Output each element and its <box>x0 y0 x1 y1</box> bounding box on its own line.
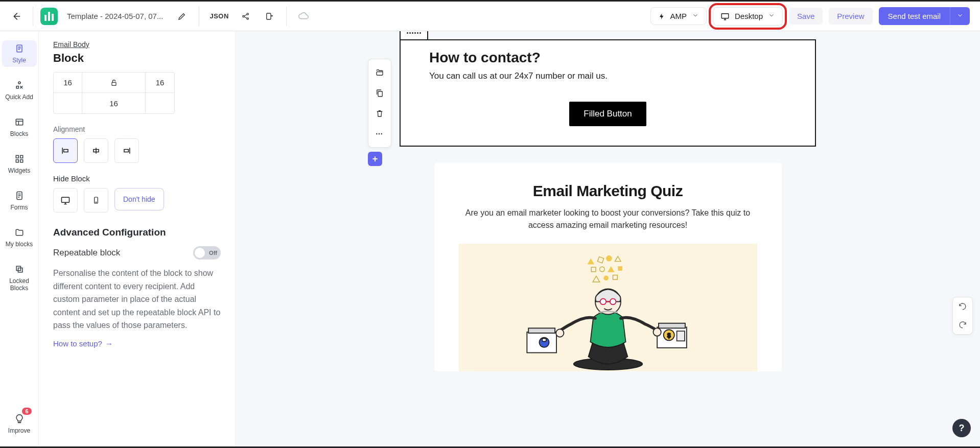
canvas[interactable]: ⋯ + How to contact? You can call us at o… <box>236 31 980 446</box>
svg-marker-33 <box>593 276 599 282</box>
rail-forms[interactable]: Forms <box>2 187 37 214</box>
rail-improve[interactable]: 6 Improve <box>2 411 37 437</box>
padding-right[interactable]: 16 <box>146 73 174 93</box>
svg-point-50 <box>610 299 616 305</box>
rail-quick-add[interactable]: Quick Add <box>2 77 37 104</box>
padding-empty <box>146 93 174 113</box>
svg-rect-10 <box>20 155 22 158</box>
svg-rect-39 <box>542 339 546 342</box>
filled-button[interactable]: Filled Button <box>569 102 646 126</box>
quiz-heading[interactable]: Email Marketing Quiz <box>459 182 757 200</box>
svg-marker-25 <box>587 258 594 265</box>
svg-point-34 <box>603 276 609 281</box>
svg-rect-15 <box>18 268 22 272</box>
dont-hide-button[interactable]: Don't hide <box>114 188 164 210</box>
svg-marker-31 <box>608 266 614 272</box>
divider <box>33 7 33 26</box>
json-button[interactable]: JSON <box>206 12 231 20</box>
duplicate-button[interactable] <box>370 62 389 83</box>
selected-block[interactable]: ⋯ + How to contact? You can call us at o… <box>400 39 816 147</box>
send-test-label: Send test email <box>879 7 950 25</box>
repeatable-description: Personalise the content of the block to … <box>53 267 221 332</box>
howto-label: How to setup? <box>53 339 102 348</box>
undo-button[interactable] <box>953 297 972 316</box>
share-button[interactable] <box>236 7 255 26</box>
rail-label: Blocks <box>10 130 28 137</box>
svg-rect-35 <box>613 275 617 280</box>
send-dropdown[interactable] <box>950 7 970 25</box>
svg-rect-41 <box>659 323 685 328</box>
topbar: Template - 2024-05-07, 07... JSON AMP De… <box>0 2 980 31</box>
quiz-block[interactable]: Email Marketing Quiz Are you an email ma… <box>434 163 782 371</box>
repeatable-toggle[interactable]: Off <box>193 246 221 260</box>
align-right-button[interactable] <box>114 138 139 163</box>
svg-rect-5 <box>17 45 22 52</box>
block-toolbar: ⋯ <box>368 59 391 148</box>
drag-handle[interactable] <box>400 31 428 39</box>
svg-rect-29 <box>591 267 596 272</box>
alignment-label: Alignment <box>53 125 221 133</box>
svg-rect-44 <box>676 331 684 341</box>
svg-rect-24 <box>378 91 382 97</box>
improve-count-badge: 6 <box>22 408 31 415</box>
chevron-down-icon <box>768 12 775 20</box>
svg-point-47 <box>653 328 661 336</box>
padding-empty <box>54 93 82 113</box>
quiz-text[interactable]: Are you an email marketer looking to boo… <box>459 207 757 231</box>
style-panel: Email Body Block 16 16 16 Alignment Hide… <box>39 31 236 446</box>
template-name[interactable]: Template - 2024-05-07, 07... <box>62 12 168 20</box>
back-button[interactable] <box>6 7 26 26</box>
copy-button[interactable] <box>370 83 389 103</box>
arrow-right-icon: → <box>105 339 113 348</box>
save-button[interactable]: Save <box>789 8 823 25</box>
rail-widgets[interactable]: Widgets <box>2 151 37 177</box>
svg-point-2 <box>247 17 248 19</box>
rail-label: Widgets <box>8 167 30 174</box>
help-button[interactable]: ? <box>952 419 971 437</box>
padding-control[interactable]: 16 16 16 <box>53 72 175 114</box>
more-button[interactable]: ⋯ <box>370 124 389 144</box>
redo-button[interactable] <box>953 316 972 334</box>
delete-button[interactable] <box>370 103 389 124</box>
padding-lock[interactable] <box>82 73 146 93</box>
align-center-button[interactable] <box>84 138 108 163</box>
divider <box>286 7 287 26</box>
align-left-button[interactable] <box>53 138 78 163</box>
toggle-knob <box>195 248 205 258</box>
canvas-history-tools <box>952 297 973 335</box>
block-text[interactable]: You can call us at our 24x7 number or ma… <box>429 71 786 81</box>
hide-block-label: Hide Block <box>53 174 221 183</box>
svg-rect-37 <box>528 328 555 333</box>
left-rail: Style Quick Add Blocks Widgets Forms My … <box>0 31 39 446</box>
sync-status-icon <box>294 7 313 26</box>
viewport-select[interactable]: Desktop <box>713 7 783 26</box>
svg-point-30 <box>599 267 604 272</box>
add-block-button[interactable]: + <box>368 152 382 166</box>
svg-rect-7 <box>16 86 18 88</box>
svg-point-0 <box>243 15 244 17</box>
rail-blocks[interactable]: Blocks <box>2 114 37 140</box>
breadcrumb-email-body[interactable]: Email Body <box>53 40 89 49</box>
svg-marker-28 <box>615 256 621 262</box>
rail-my-blocks[interactable]: My blocks <box>2 224 37 251</box>
export-button[interactable] <box>260 7 279 26</box>
padding-left[interactable]: 16 <box>54 73 82 93</box>
svg-point-1 <box>247 13 248 14</box>
rail-locked-blocks[interactable]: Locked Blocks <box>2 261 37 295</box>
rail-label: Style <box>12 57 26 64</box>
rail-style[interactable]: Style <box>2 40 37 67</box>
viewport-label: Desktop <box>735 12 763 20</box>
hide-desktop-button[interactable] <box>53 188 78 213</box>
edit-name-button[interactable] <box>172 7 192 26</box>
rail-label: Quick Add <box>5 93 33 101</box>
how-to-setup-link[interactable]: How to setup? → <box>53 339 113 348</box>
block-heading[interactable]: How to contact? <box>429 50 786 66</box>
padding-bottom[interactable]: 16 <box>82 93 146 113</box>
svg-rect-12 <box>20 160 22 162</box>
app-logo <box>40 8 58 25</box>
amp-toggle[interactable]: AMP <box>650 7 707 25</box>
preview-button[interactable]: Preview <box>829 8 872 25</box>
advanced-heading: Advanced Configuration <box>53 227 221 238</box>
hide-mobile-button[interactable] <box>84 188 108 213</box>
send-test-email-button[interactable]: Send test email <box>879 7 970 25</box>
